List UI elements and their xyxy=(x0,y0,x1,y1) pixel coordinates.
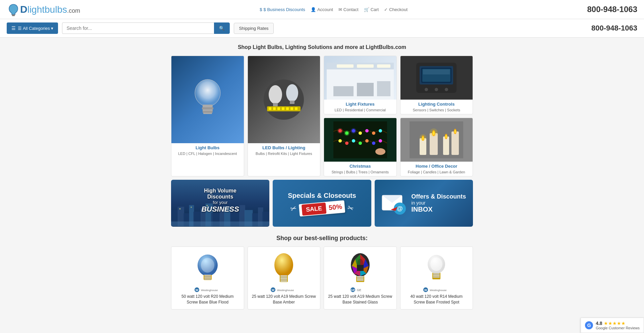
sale-percentage: 50% xyxy=(328,203,342,212)
svg-rect-24 xyxy=(357,64,374,68)
westinghouse-logo-4: W Westinghouse xyxy=(423,287,450,292)
svg-rect-103 xyxy=(204,277,211,278)
business-promo-line2: for your xyxy=(196,200,245,205)
main-content: Shop Light Bulbs, Lighting Solutions and… xyxy=(168,38,476,316)
product-image-1 xyxy=(175,251,240,284)
svg-text:W: W xyxy=(272,288,275,292)
search-bar: ☰ ☰ All Categories ▾ 🔍 Shipping Rates 80… xyxy=(0,19,644,38)
ge-logo: GE GE xyxy=(350,287,370,292)
logo-text: Dlightbulbs.com xyxy=(20,4,80,15)
svg-point-44 xyxy=(372,131,375,135)
shipping-rates-button[interactable]: Shipping Rates xyxy=(234,23,273,34)
inbox-line3: INBOX xyxy=(411,206,466,213)
product-card-2[interactable]: W Westinghouse 25 watt 120 volt A19 Medi… xyxy=(248,246,321,310)
svg-rect-122 xyxy=(357,276,364,277)
svg-rect-0 xyxy=(12,14,15,15)
svg-rect-102 xyxy=(204,276,211,277)
svg-rect-15 xyxy=(290,107,293,110)
fixture-image xyxy=(327,63,394,100)
svg-point-50 xyxy=(365,139,369,143)
business-discounts-link[interactable]: $ $ Business Discounts xyxy=(260,7,305,12)
svg-rect-29 xyxy=(377,81,390,96)
search-input[interactable] xyxy=(62,22,214,34)
category-light-bulbs[interactable]: Light Bulbs LED | CFL | Halogen | Incand… xyxy=(171,56,244,176)
svg-rect-61 xyxy=(451,131,459,155)
svg-rect-16 xyxy=(295,107,298,110)
phone-number: 800-948-1063 xyxy=(587,5,637,14)
svg-rect-23 xyxy=(337,64,354,68)
svg-rect-114 xyxy=(280,279,287,280)
svg-point-54 xyxy=(337,128,343,133)
search-button[interactable]: 🔍 xyxy=(214,22,230,34)
svg-point-105 xyxy=(201,258,214,273)
logo[interactable]: Dlightbulbs.com xyxy=(7,3,80,16)
r20-bulb-image xyxy=(194,253,221,283)
svg-point-135 xyxy=(430,258,442,271)
logo-icon xyxy=(7,3,20,16)
person-icon: 👤 xyxy=(311,7,316,12)
svg-rect-93 xyxy=(171,221,269,226)
product-image-4 xyxy=(405,251,469,284)
dollar-icon: $ xyxy=(260,7,262,12)
checkout-link[interactable]: ✓ Checkout xyxy=(384,7,408,12)
svg-rect-19 xyxy=(273,103,278,106)
category-christmas[interactable]: Christmas Strings | Bulbs | Trees | Orna… xyxy=(324,118,397,176)
menu-icon: ☰ xyxy=(11,25,16,31)
scissors-icon-2: ✂ xyxy=(346,203,355,214)
svg-rect-7 xyxy=(203,113,212,114)
svg-text:Westinghouse: Westinghouse xyxy=(201,289,218,292)
business-promo-line3: BUSINESS xyxy=(196,205,245,214)
email-icon-wrap: @ xyxy=(381,190,407,216)
svg-rect-12 xyxy=(277,107,280,110)
a19-amber-image xyxy=(270,251,297,284)
svg-point-42 xyxy=(359,131,362,135)
category-home-decor[interactable]: Home / Office Decor Foliage | Candles | … xyxy=(400,118,473,176)
specials-title: Specials & Closeouts xyxy=(288,192,356,200)
svg-rect-124 xyxy=(357,279,364,280)
product-name-2: 25 watt 120 volt A19 Medium Screw Base A… xyxy=(252,294,316,305)
category-led-bulbs[interactable]: LED Bulbs / Lighting Bulbs | Retrofit Ki… xyxy=(248,56,321,176)
svg-rect-20 xyxy=(290,101,294,104)
promo-specials-banner[interactable]: Specials & Closeouts ✂ SALE 50% ✂ xyxy=(273,180,371,227)
svg-point-45 xyxy=(379,129,382,132)
inbox-line1: Offers & Discounts xyxy=(411,193,466,200)
westinghouse-logo-1: W Westinghouse xyxy=(194,287,221,292)
promo-inbox-banner[interactable]: @ Offers & Discounts in your INBOX xyxy=(375,180,473,227)
email-icon: @ xyxy=(381,190,407,215)
svg-rect-89 xyxy=(179,208,180,209)
product-brand-4: W Westinghouse xyxy=(405,287,469,292)
svg-point-46 xyxy=(338,139,342,143)
svg-point-48 xyxy=(352,139,355,143)
svg-rect-123 xyxy=(357,277,364,278)
promo-business-banner[interactable]: High Volume Discounts for your BUSINESS xyxy=(171,180,269,227)
products-grid: W Westinghouse 50 watt 120 volt R20 Medi… xyxy=(171,246,473,310)
product-card-4[interactable]: W Westinghouse 40 watt 120 volt R14 Medi… xyxy=(400,246,473,310)
svg-rect-5 xyxy=(203,109,213,111)
product-card-1[interactable]: W Westinghouse 50 watt 120 volt R20 Medi… xyxy=(171,246,244,310)
all-categories-button[interactable]: ☰ ☰ All Categories ▾ xyxy=(7,22,58,34)
svg-rect-6 xyxy=(203,111,213,113)
svg-rect-112 xyxy=(280,277,287,278)
scissors-icon: ✂ xyxy=(289,203,298,214)
top-nav: $ $ Business Discounts 👤 Account ✉ Conta… xyxy=(260,7,408,12)
svg-point-70 xyxy=(420,134,426,141)
svg-point-17 xyxy=(269,85,282,104)
svg-rect-113 xyxy=(280,278,287,279)
svg-text:Westinghouse: Westinghouse xyxy=(277,289,294,292)
account-link[interactable]: 👤 Account xyxy=(311,7,333,12)
product-card-3[interactable]: GE GE 25 watt 120 volt A19 Medium Screw … xyxy=(324,246,397,310)
bulb-image xyxy=(191,74,224,125)
svg-rect-134 xyxy=(433,277,440,278)
category-lighting-controls[interactable]: Lighting Controls Sensors | Switches | S… xyxy=(400,56,473,114)
westinghouse-logo-2: W Westinghouse xyxy=(270,287,297,292)
svg-text:GE: GE xyxy=(351,288,355,292)
category-light-fixtures[interactable]: Light Fixtures LED | Residential | Comme… xyxy=(324,56,397,114)
svg-point-67 xyxy=(445,135,447,138)
svg-point-120 xyxy=(357,259,364,271)
best-selling-title: Shop our best-selling products: xyxy=(171,235,473,242)
contact-link[interactable]: ✉ Contact xyxy=(338,7,359,12)
cart-link[interactable]: 🛒 Cart xyxy=(364,7,379,12)
svg-rect-34 xyxy=(423,69,450,74)
hero-title: Shop Light Bulbs, Lighting Solutions and… xyxy=(171,44,473,50)
svg-rect-104 xyxy=(204,279,211,280)
